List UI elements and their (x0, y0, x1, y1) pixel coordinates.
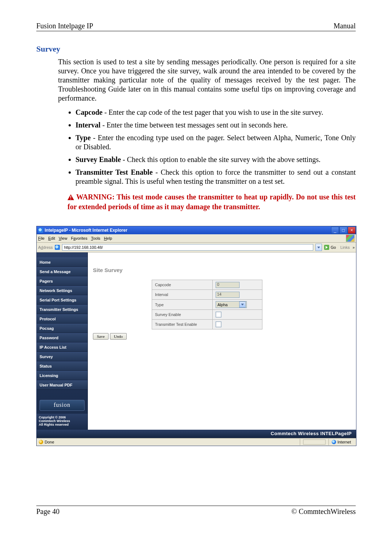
progress-meter (303, 439, 326, 445)
footer-company-pre: © Commtech (291, 507, 331, 515)
window-title: IntelpageIP - Microsoft Internet Explore… (45, 228, 127, 233)
bullet-item: Capcode - Enter the cap code of the test… (75, 108, 356, 117)
bullet-list: Capcode - Enter the cap code of the test… (68, 108, 356, 186)
sidebar: Home Send a Message Pagers Network Setti… (37, 252, 87, 430)
address-bar: Address http://192.168.100.48/ Go Links … (37, 243, 356, 252)
content-area: Home Send a Message Pagers Network Setti… (37, 252, 356, 430)
bullet-term: Survey Enable (75, 155, 121, 163)
row-survey-enable: Survey Enable (152, 310, 262, 320)
save-button[interactable]: Save (93, 333, 109, 340)
bullet-term: Interval (75, 121, 101, 129)
links-chevron-icon: » (352, 246, 355, 250)
minimize-button[interactable]: _ (331, 227, 339, 234)
menu-file[interactable]: File (38, 236, 45, 240)
label-survey-enable: Survey Enable (152, 310, 213, 320)
sidebar-item-home[interactable]: Home (37, 258, 87, 267)
sidebar-item-network-settings[interactable]: Network Settings (37, 286, 87, 295)
sidebar-item-protocol[interactable]: Protocol (37, 314, 87, 324)
sidebar-item-ip-access-list[interactable]: IP Access List (37, 343, 87, 352)
url-dropdown-button[interactable] (315, 244, 322, 251)
sidebar-item-password[interactable]: Password (37, 333, 87, 343)
status-bar: Done Internet (37, 438, 356, 446)
copyright-text: Copyright © 2006 Commtech Wireless All R… (37, 414, 87, 430)
interval-input[interactable]: 14 (216, 292, 240, 298)
fusion-logo: fusion (40, 400, 85, 411)
go-button[interactable]: Go (324, 244, 336, 251)
status-done-icon (39, 440, 43, 444)
sidebar-item-serial-port-settings[interactable]: Serial Port Settings (37, 295, 87, 305)
sidebar-item-pagers[interactable]: Pagers (37, 276, 87, 286)
sidebar-item-pocsag[interactable]: Pocsag (37, 324, 87, 333)
undo-button[interactable]: Undo (110, 333, 127, 340)
header-left: Fusion Intelpage IP (36, 22, 93, 30)
label-capcode: Capcode (152, 280, 213, 290)
footer-company: © CommtechWireless (291, 507, 356, 516)
sidebar-item-send-message[interactable]: Send a Message (37, 267, 87, 276)
warning-body: WARNING: This test mode causes the trans… (68, 193, 356, 211)
sidebar-item-status[interactable]: Status (37, 361, 87, 371)
bullet-term: Transmitter Test Enable (75, 168, 153, 176)
label-type: Type (152, 300, 213, 310)
menu-edit[interactable]: Edit (48, 236, 55, 240)
internet-zone-icon (332, 440, 336, 444)
status-done-text: Done (45, 440, 54, 444)
sidebar-item-user-manual-pdf[interactable]: User Manual PDF (37, 380, 87, 390)
bullet-desc: - Check this option to enable the site s… (121, 155, 320, 163)
titlebar: IntelpageIP - Microsoft Internet Explore… (37, 226, 356, 234)
maximize-button[interactable]: □ (339, 227, 347, 234)
bullet-item: Type - Enter the encoding type used on t… (75, 133, 356, 151)
url-input[interactable]: http://192.168.100.48/ (62, 244, 313, 251)
page-header: Fusion Intelpage IP Manual (36, 22, 356, 31)
chevron-down-icon (239, 301, 246, 308)
label-tx-test: Transmitter Test Enable (152, 320, 213, 329)
browser-window: IntelpageIP - Microsoft Internet Explore… (36, 226, 356, 446)
address-label: Address (38, 245, 53, 250)
bullet-desc: - Enter the encoding type used on the pa… (75, 134, 356, 151)
tx-test-checkbox[interactable] (216, 321, 221, 327)
label-interval: Interval (152, 290, 213, 300)
sidebar-item-transmitter-settings[interactable]: Transmitter Settings (37, 305, 87, 314)
brand-footer: Commtech Wireless INTELPageIP (37, 430, 356, 438)
links-label[interactable]: Links (340, 245, 350, 250)
row-interval: Interval 14 (152, 290, 262, 300)
svg-rect-1 (70, 196, 71, 198)
page-icon (55, 245, 60, 250)
sidebar-item-survey[interactable]: Survey (37, 352, 87, 361)
intro-paragraph: This section is used to test a site by s… (58, 57, 356, 103)
menu-tools[interactable]: Tools (91, 236, 101, 240)
bullet-item: Interval - Enter the time between test m… (75, 121, 356, 130)
footer-company-suf: Wireless (331, 507, 356, 515)
capcode-input[interactable]: 0 (216, 282, 240, 288)
row-tx-test-enable: Transmitter Test Enable (152, 320, 262, 329)
section-body: This section is used to test a site by s… (58, 57, 356, 211)
warning-icon (68, 193, 74, 202)
survey-enable-checkbox[interactable] (216, 312, 221, 317)
menu-view[interactable]: View (59, 236, 68, 240)
header-right: Manual (334, 22, 356, 30)
windows-logo-icon (346, 235, 355, 242)
page-footer: Page 40 © CommtechWireless (36, 506, 356, 516)
section-heading: Survey (36, 44, 356, 54)
type-value: Alpha (217, 303, 228, 307)
bullet-term: Type (75, 134, 91, 142)
main-panel: Site Survey Capcode 0 Interval 14 Type (87, 252, 356, 430)
page-title: Site Survey (93, 267, 356, 273)
button-row: Save Undo (93, 333, 356, 340)
document-page: Fusion Intelpage IP Manual Survey This s… (0, 0, 392, 530)
ie-icon (38, 228, 43, 233)
row-type: Type Alpha (152, 300, 262, 310)
close-button[interactable]: × (348, 227, 356, 234)
zone-text: Internet (338, 440, 351, 444)
menu-bar: File Edit View Favorites Tools Help (37, 234, 356, 243)
window-buttons: _ □ × (331, 226, 356, 234)
bullet-desc: - Enter the cap code of the test pager t… (102, 108, 323, 116)
svg-rect-2 (70, 199, 71, 199)
sidebar-item-licensing[interactable]: Licensing (37, 371, 87, 380)
bullet-item: Survey Enable - Check this option to ena… (75, 155, 356, 164)
menu-favorites[interactable]: Favorites (71, 236, 87, 240)
settings-form: Capcode 0 Interval 14 Type Alpha (152, 280, 262, 329)
bullet-item: Transmitter Test Enable - Check this opt… (75, 168, 356, 186)
bullet-term: Capcode (75, 108, 102, 116)
menu-help[interactable]: Help (104, 236, 112, 240)
type-select[interactable]: Alpha (216, 301, 247, 308)
